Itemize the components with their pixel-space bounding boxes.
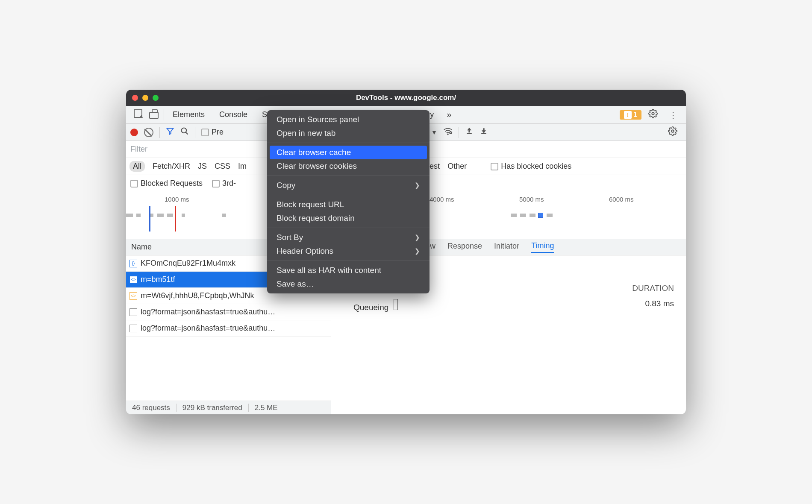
chip-other[interactable]: Other	[447, 162, 467, 171]
submenu-arrow-icon: ❯	[415, 247, 420, 255]
chip-fetch-xhr[interactable]: Fetch/XHR	[153, 162, 190, 171]
svg-point-4	[671, 130, 674, 132]
request-row[interactable]: log?format=json&hasfast=true&authu…	[126, 320, 331, 337]
network-conditions-icon[interactable]	[443, 126, 453, 138]
menu-save-har[interactable]: Save all as HAR with content	[267, 264, 430, 277]
queueing-bar	[394, 299, 398, 310]
detail-tab-response[interactable]: Response	[447, 242, 482, 252]
divider	[164, 109, 164, 120]
status-bar: 46 requests 929 kB transferred 2.5 ME	[126, 401, 331, 414]
menu-block-domain[interactable]: Block request domain	[267, 211, 430, 225]
download-har-icon[interactable]	[480, 127, 488, 138]
menu-save-as[interactable]: Save as…	[267, 277, 430, 291]
queueing-value: 0.83 ms	[645, 299, 674, 312]
upload-har-icon[interactable]	[465, 127, 474, 138]
chip-js[interactable]: JS	[198, 162, 207, 171]
search-icon[interactable]	[180, 127, 189, 138]
network-settings-gear-icon[interactable]	[664, 126, 682, 138]
menu-copy[interactable]: Copy❯	[267, 179, 430, 192]
menu-separator	[267, 176, 430, 176]
submenu-arrow-icon: ❯	[415, 182, 420, 189]
devtools-window: DevTools - www.google.com/ Elements Cons…	[126, 90, 686, 414]
timeline-tick: 1000 ms	[165, 196, 189, 203]
svg-point-0	[652, 112, 654, 115]
tab-console[interactable]: Console	[213, 108, 253, 122]
filter-input[interactable]: Filter	[130, 145, 147, 154]
timeline-tick: 5000 ms	[519, 196, 544, 203]
request-name: m=Wt6vjf,hhhU8,FCpbqb,WhJNk	[141, 291, 254, 300]
tab-elements[interactable]: Elements	[167, 108, 211, 122]
menu-separator	[267, 261, 430, 261]
file-type-icon: {}	[129, 260, 137, 267]
status-resources: 2.5 ME	[249, 404, 284, 412]
file-type-icon	[129, 325, 137, 332]
status-transferred: 929 kB transferred	[177, 404, 249, 412]
request-name: log?format=json&hasfast=true&authu…	[141, 324, 275, 333]
minimize-window-button[interactable]	[142, 95, 148, 101]
request-name: KFOmCnqEu92Fr1Mu4mxk	[141, 259, 235, 268]
menu-open-sources[interactable]: Open in Sources panel	[267, 113, 430, 126]
chip-css[interactable]: CSS	[215, 162, 230, 171]
detail-tab-timing[interactable]: Timing	[531, 241, 554, 253]
menu-sort-by[interactable]: Sort By❯	[267, 231, 430, 244]
menu-clear-cookies[interactable]: Clear browser cookies	[267, 159, 430, 173]
clear-button[interactable]	[144, 128, 153, 137]
svg-point-2	[447, 134, 448, 135]
menu-clear-cache[interactable]: Clear browser cache	[270, 146, 427, 159]
file-type-icon	[129, 308, 137, 316]
menu-separator	[267, 143, 430, 143]
request-name: m=bm51tf	[141, 275, 175, 284]
preserve-log-checkbox[interactable]: Pre	[201, 128, 224, 137]
titlebar: DevTools - www.google.com/	[126, 90, 686, 106]
submenu-arrow-icon: ❯	[415, 234, 420, 241]
issues-badge[interactable]: !1	[620, 110, 641, 120]
more-tabs-icon[interactable]: »	[442, 110, 456, 120]
device-toggle-icon[interactable]	[148, 108, 161, 122]
detail-tab-initiator[interactable]: Initiator	[494, 242, 519, 252]
maximize-window-button[interactable]	[153, 95, 159, 101]
blocked-requests-checkbox[interactable]: Blocked Requests	[130, 179, 203, 188]
chip-img[interactable]: Im	[238, 162, 247, 171]
request-name: log?format=json&hasfast=true&authu…	[141, 308, 275, 316]
select-element-icon[interactable]	[130, 108, 146, 122]
status-requests: 46 requests	[126, 404, 177, 412]
kebab-menu-icon[interactable]: ⋮	[665, 110, 682, 120]
window-title: DevTools - www.google.com/	[356, 94, 456, 102]
chip-all[interactable]: All	[129, 161, 145, 172]
settings-gear-icon[interactable]	[644, 109, 662, 120]
thirdparty-checkbox[interactable]: 3rd-	[212, 179, 236, 188]
file-type-icon: <>	[129, 292, 137, 300]
menu-separator	[267, 228, 430, 228]
has-blocked-cookies-checkbox[interactable]: Has blocked cookies	[491, 162, 571, 171]
menu-header-options[interactable]: Header Options❯	[267, 244, 430, 258]
file-type-icon: <>	[129, 276, 137, 284]
filter-toggle-icon[interactable]	[166, 127, 174, 138]
menu-open-new-tab[interactable]: Open in new tab	[267, 126, 430, 140]
svg-point-1	[182, 128, 187, 133]
timeline-tick: 6000 ms	[609, 196, 634, 203]
queueing-label: Queueing	[353, 303, 388, 312]
duration-header: DURATION	[632, 284, 674, 293]
timeline-tick: 4000 ms	[430, 196, 454, 203]
context-menu: Open in Sources panel Open in new tab Cl…	[267, 110, 430, 293]
menu-separator	[267, 195, 430, 195]
menu-block-url[interactable]: Block request URL	[267, 198, 430, 211]
traffic-lights	[132, 95, 159, 101]
record-button[interactable]	[130, 129, 138, 136]
close-window-button[interactable]	[132, 95, 138, 101]
request-row[interactable]: log?format=json&hasfast=true&authu…	[126, 304, 331, 320]
